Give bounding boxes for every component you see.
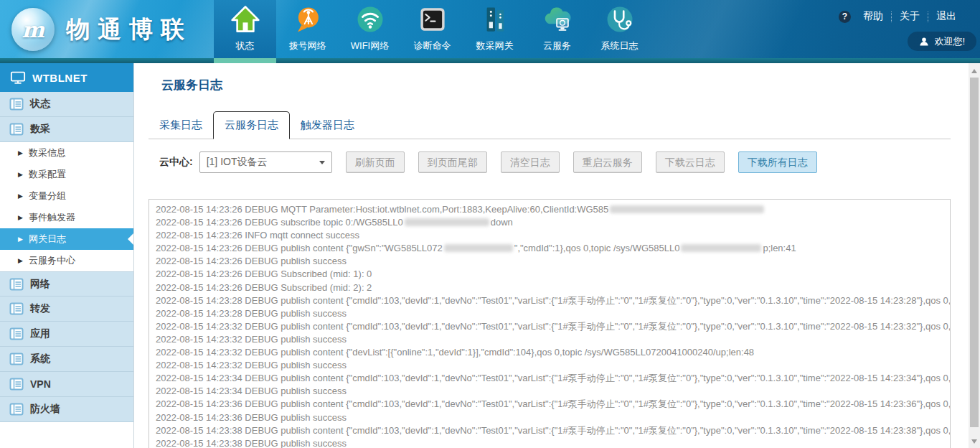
log-line: 2022-08-15 14:23:38 DEBUG publish succes… bbox=[156, 437, 950, 448]
nav-item-data-gateway[interactable]: 数采网关 bbox=[463, 0, 526, 58]
caret-right-icon: ▶ bbox=[18, 258, 23, 264]
redacted-text bbox=[405, 218, 489, 226]
header-bottom-strip bbox=[0, 58, 980, 63]
brand-name: 物通博联 bbox=[66, 14, 192, 46]
gateway-icon bbox=[479, 4, 511, 35]
welcome-label: 欢迎您! bbox=[934, 35, 965, 48]
nav-label: 状态 bbox=[236, 39, 255, 52]
redacted-text bbox=[681, 244, 761, 252]
log-line: 2022-08-15 14:23:28 DEBUG publish succes… bbox=[156, 307, 950, 320]
caret-right-icon: ▶ bbox=[18, 193, 23, 200]
wifi-icon bbox=[354, 4, 386, 35]
sidebar-sub-event-trigger[interactable]: ▶事件触发器 bbox=[0, 207, 133, 228]
log-line: 2022-08-15 14:23:32 DEBUG publish succes… bbox=[156, 333, 950, 346]
restart-cloud-service-button[interactable]: 重启云服务 bbox=[573, 151, 642, 173]
nav-label: 云服务 bbox=[543, 39, 571, 52]
sidebar-item-forward[interactable]: 转发 bbox=[0, 297, 133, 322]
sidebar-item-system[interactable]: 系统 bbox=[0, 347, 133, 372]
sidebar-item-application[interactable]: 应用 bbox=[0, 322, 133, 347]
logout-link[interactable]: 退出 bbox=[928, 10, 964, 23]
scroll-up-arrow-icon[interactable] bbox=[971, 69, 977, 73]
sidebar-item-network[interactable]: 网络 bbox=[0, 271, 133, 297]
sidebar-sub-data-collect-config[interactable]: ▶数采配置 bbox=[0, 164, 133, 185]
cloud-center-selected-value: [1] IOT设备云 bbox=[207, 156, 268, 169]
sidebar-sub-gateway-log[interactable]: ▶网关日志 bbox=[0, 228, 133, 250]
sidebar-item-label: 云服务中心 bbox=[29, 254, 75, 267]
log-line: 2022-08-15 14:23:36 DEBUG publish succes… bbox=[156, 411, 950, 424]
sidebar-item-data-collect[interactable]: 数采 bbox=[0, 117, 133, 142]
help-icon: ? bbox=[839, 11, 851, 23]
main-content: 云服务日志 采集日志 云服务日志 触发器日志 云中心: [1] IOT设备云 刷… bbox=[134, 63, 969, 448]
list-icon bbox=[9, 122, 24, 136]
nav-item-diagnostic-command[interactable]: 诊断命令 bbox=[401, 0, 463, 58]
scroll-down-arrow-icon[interactable] bbox=[971, 439, 977, 444]
sidebar-sub-cloud-service-center[interactable]: ▶云服务中心 bbox=[0, 250, 133, 271]
tab-collect-log[interactable]: 采集日志 bbox=[149, 112, 213, 139]
nav-item-status[interactable]: 状态 bbox=[214, 0, 276, 58]
log-line: 2022-08-15 14:23:26 DEBUG Subscribed (mi… bbox=[156, 281, 950, 294]
log-line: 2022-08-15 14:23:26 DEBUG publish conten… bbox=[156, 242, 950, 255]
nav-item-cloud-service[interactable]: 云服务 bbox=[526, 0, 588, 58]
sidebar-item-vpn[interactable]: VPN bbox=[0, 372, 133, 397]
sidebar-item-label: 变量分组 bbox=[29, 190, 66, 202]
log-line: 2022-08-15 14:23:26 INFO mqtt connect su… bbox=[156, 229, 950, 242]
log-line: 2022-08-15 14:23:32 DEBUG publish succes… bbox=[156, 359, 950, 372]
page-scrollbar[interactable] bbox=[969, 63, 980, 448]
log-line: 2022-08-15 14:23:26 DEBUG MQTT Parameter… bbox=[156, 203, 950, 216]
download-all-logs-button[interactable]: 下载所有日志 bbox=[738, 151, 817, 173]
sidebar-title: WTBLNET bbox=[32, 72, 88, 84]
sidebar-item-label: 事件触发器 bbox=[29, 211, 75, 224]
nav-item-dialup-network[interactable]: 拨号网络 bbox=[276, 0, 339, 58]
home-icon bbox=[230, 4, 261, 35]
list-icon bbox=[9, 97, 24, 111]
cloud-center-label: 云中心: bbox=[159, 156, 193, 169]
about-link[interactable]: 关于 bbox=[892, 10, 928, 23]
log-toolbar: 云中心: [1] IOT设备云 刷新页面 到页面尾部 清空日志 重启云服务 下载… bbox=[159, 151, 969, 173]
sidebar-item-label: 应用 bbox=[30, 327, 50, 340]
log-line: 2022-08-15 14:23:28 DEBUG publish conten… bbox=[156, 294, 950, 307]
nav-item-wifi-network[interactable]: WIFI网络 bbox=[339, 0, 401, 58]
user-icon bbox=[919, 37, 929, 47]
welcome-button[interactable]: 欢迎您! bbox=[908, 32, 976, 51]
sidebar-item-label: 系统 bbox=[30, 353, 50, 365]
list-icon bbox=[9, 302, 24, 316]
caret-right-icon: ▶ bbox=[18, 215, 23, 221]
sidebar-item-label: 网关日志 bbox=[29, 233, 66, 246]
monitor-icon bbox=[10, 70, 26, 85]
header: m 物通博联 状态 拨号网络 WIFI网络 诊断命令 bbox=[0, 0, 980, 63]
download-cloud-log-button[interactable]: 下载云日志 bbox=[656, 151, 725, 173]
sidebar-item-label: VPN bbox=[30, 378, 51, 390]
goto-page-bottom-button[interactable]: 到页面尾部 bbox=[418, 151, 487, 173]
nav-label: WIFI网络 bbox=[351, 39, 389, 52]
clear-log-button[interactable]: 清空日志 bbox=[501, 151, 560, 173]
log-line: 2022-08-15 14:23:26 DEBUG publish succes… bbox=[156, 255, 950, 268]
list-icon bbox=[9, 327, 24, 341]
nav-item-system-log[interactable]: 系统日志 bbox=[588, 0, 651, 58]
scrollbar-thumb[interactable] bbox=[970, 78, 979, 427]
log-line: 2022-08-15 14:23:26 DEBUG Subscribed (mi… bbox=[156, 268, 950, 281]
redacted-text bbox=[610, 205, 764, 213]
sidebar-sub-data-collect-info[interactable]: ▶数采信息 bbox=[0, 142, 133, 164]
list-icon bbox=[9, 377, 24, 391]
tab-cloud-service-log[interactable]: 云服务日志 bbox=[213, 111, 290, 139]
cloud-center-select[interactable]: [1] IOT设备云 bbox=[199, 151, 332, 173]
refresh-page-button[interactable]: 刷新页面 bbox=[346, 151, 405, 173]
sidebar-item-label: 网络 bbox=[30, 278, 50, 291]
list-icon bbox=[9, 352, 24, 366]
help-link[interactable]: 帮助 bbox=[855, 10, 891, 23]
log-line: 2022-08-15 14:23:34 DEBUG publish succes… bbox=[156, 385, 950, 398]
nav-label: 数采网关 bbox=[476, 39, 514, 52]
sidebar-item-status[interactable]: 状态 bbox=[0, 92, 133, 117]
cloud-service-icon bbox=[542, 4, 573, 35]
log-line: 2022-08-15 14:23:38 DEBUG publish conten… bbox=[156, 424, 950, 437]
terminal-icon bbox=[417, 4, 448, 35]
sidebar-header: WTBLNET bbox=[0, 63, 133, 92]
sidebar-sub-variable-group[interactable]: ▶变量分组 bbox=[0, 185, 133, 207]
tab-trigger-log[interactable]: 触发器日志 bbox=[290, 112, 365, 139]
sidebar-item-firewall[interactable]: 防火墙 bbox=[0, 397, 133, 422]
log-area[interactable]: 2022-08-15 14:23:26 DEBUG MQTT Parameter… bbox=[149, 199, 951, 448]
caret-right-icon: ▶ bbox=[18, 172, 23, 178]
sidebar-item-label: 转发 bbox=[30, 302, 50, 315]
dialup-network-icon bbox=[292, 4, 324, 35]
sidebar-item-label: 数采配置 bbox=[29, 168, 66, 181]
